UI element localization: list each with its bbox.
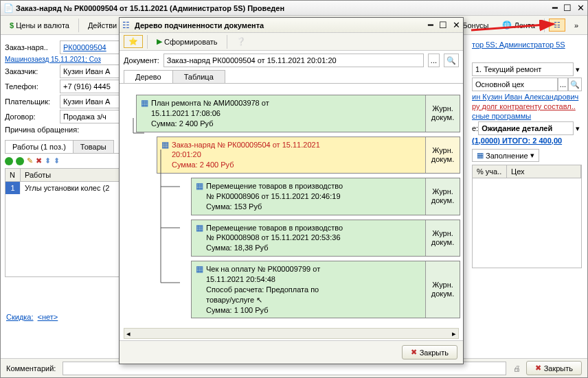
total-link[interactable]: (1,0000) ИТОГО: 2 400,00: [472, 137, 562, 145]
col-n[interactable]: N: [5, 169, 21, 181]
payer-label: Плательщик:: [5, 97, 60, 106]
customer-label: Заказчик:: [5, 67, 60, 75]
discount-value[interactable]: <нет>: [38, 313, 58, 321]
add-icon[interactable]: [5, 157, 13, 165]
favorite-icon[interactable]: ⭐: [124, 35, 143, 48]
globe-icon: 🌐: [502, 21, 512, 29]
cursor-icon: ↖: [256, 296, 262, 304]
row-n: 1: [5, 182, 21, 194]
doc-icon: ▦: [141, 98, 148, 129]
main-close-button[interactable]: ✖Закрыть: [526, 361, 582, 375]
doc-label: Документ:: [124, 56, 159, 64]
up-icon[interactable]: ⬍: [45, 156, 51, 165]
node-move1[interactable]: ▦Перемещение товаров в производство№ РК0…: [191, 178, 460, 215]
journal-button[interactable]: Журн. докум.: [425, 261, 460, 318]
col-pct[interactable]: % уча..: [473, 165, 507, 178]
down-icon[interactable]: ⬍: [54, 156, 60, 165]
form-button[interactable]: ▶Сформировать: [152, 35, 223, 48]
state-field[interactable]: Ожидание деталей: [478, 121, 574, 135]
row-work: Углы установки колес (2: [21, 182, 133, 194]
doc-lookup-icon[interactable]: ...: [428, 54, 440, 67]
table-row[interactable]: 1 Углы установки колес (2: [5, 182, 133, 194]
contract-label: Договор:: [5, 113, 60, 121]
print-icon[interactable]: 🖨: [513, 364, 521, 373]
play-icon: ▶: [157, 37, 162, 46]
journal-button[interactable]: Журн. докум.: [425, 137, 460, 174]
node-receipt[interactable]: ▦Чек на оплату № РК00009799 от15.11.2021…: [191, 261, 460, 318]
close-icon[interactable]: ✕: [577, 3, 585, 13]
top-link[interactable]: Машинозаезд 15.11.2021; Соз: [5, 56, 101, 63]
journal-button[interactable]: Журн. докум.: [425, 178, 460, 215]
edit-icon[interactable]: ✎: [27, 156, 33, 165]
tree-button[interactable]: ☷: [549, 19, 565, 32]
tab-table[interactable]: Таблица: [172, 70, 225, 83]
modal-close-button[interactable]: ✖Закрыть: [402, 345, 457, 359]
workshop-field[interactable]: Основной цех: [472, 78, 558, 91]
doc-search-icon[interactable]: 🔍: [444, 54, 459, 67]
reason-label: Причина обращения:: [5, 125, 79, 134]
minimize-icon[interactable]: ━: [552, 3, 558, 13]
main-title: Заказ-наряд № РК00009504 от 15.11.2021 (…: [16, 4, 552, 12]
modal-hscroll[interactable]: ◂▸: [124, 328, 459, 339]
tab-tree[interactable]: Дерево: [124, 70, 173, 83]
doc-icon: ▦: [196, 181, 203, 212]
modal-maximize-icon[interactable]: ☐: [439, 20, 447, 30]
modal-minimize-icon[interactable]: ━: [428, 20, 433, 30]
actions-button[interactable]: Действи: [83, 19, 122, 32]
discount-label[interactable]: Скидка:: [6, 313, 34, 321]
modal-window: ☷ Дерево подчиненности документа ━ ☐ ✕ ⭐…: [119, 17, 464, 364]
node-order[interactable]: ▦Заказ-наряд № РК00009504 от 15.11.20212…: [157, 137, 460, 174]
delete-icon[interactable]: ✖: [36, 156, 42, 165]
app-icon: 📄: [3, 3, 13, 13]
close-x-icon: ✖: [535, 364, 541, 373]
help-icon[interactable]: ❔: [231, 35, 251, 48]
programs-link[interactable]: сные программы: [472, 112, 531, 120]
journal-button[interactable]: Журн. докум.: [425, 220, 460, 257]
doc-icon: ▦: [196, 264, 203, 315]
fill-button[interactable]: ▦Заполнение▾: [472, 149, 539, 162]
col-shop[interactable]: Цех: [507, 165, 581, 178]
node-move2[interactable]: ▦Перемещение товаров в производство№ РК0…: [191, 220, 460, 257]
lenta-button[interactable]: 🌐Лента: [497, 19, 539, 32]
col-work[interactable]: Работы: [21, 169, 133, 181]
right-form: тор 5S; Администратор 5S 1. Текущий ремо…: [472, 39, 582, 268]
owner-link[interactable]: ин Кузин Иван Александрович: [472, 93, 578, 101]
left-form: Заказ-наря..РК00009504 Машинозаезд 15.11…: [5, 39, 134, 277]
debt-link[interactable]: ру долг контрагенту составл..: [472, 102, 576, 110]
doc-icon: ▦: [196, 223, 203, 254]
tree-area: ▦План ремонта № АМИ0003978 от15.11.2021 …: [120, 84, 463, 338]
modal-icon: ☷: [122, 21, 132, 30]
tab-goods[interactable]: Товары: [73, 140, 114, 153]
order-label: Заказ-наря..: [5, 43, 60, 51]
add-group-icon[interactable]: [16, 157, 24, 165]
prices-button[interactable]: $Цены и валюта: [5, 19, 74, 32]
workshop-lookup-icon[interactable]: ...: [558, 78, 568, 91]
main-titlebar: 📄 Заказ-наряд № РК00009504 от 15.11.2021…: [1, 1, 587, 16]
doc-icon: ▦: [161, 140, 169, 171]
maximize-icon[interactable]: ☐: [563, 3, 572, 13]
journal-button[interactable]: Журн. докум.: [425, 95, 460, 132]
phone-label: Телефон:: [5, 82, 60, 91]
admin-link[interactable]: тор 5S; Администратор 5S: [472, 40, 565, 49]
node-plan[interactable]: ▦План ремонта № АМИ0003978 от15.11.2021 …: [136, 95, 460, 132]
table-icon: ▦: [477, 151, 484, 160]
works-table: N Работы 1 Углы установки колес (2: [5, 168, 134, 277]
tab-works[interactable]: Работы (1 поз.): [5, 140, 74, 153]
state-label: е:: [472, 124, 478, 132]
modal-title: Дерево подчиненности документа: [135, 21, 428, 29]
workshop-search-icon[interactable]: 🔍: [568, 78, 582, 91]
tree-icon: ☷: [554, 21, 561, 29]
modal-close-icon[interactable]: ✕: [453, 20, 460, 30]
close-x-icon: ✖: [411, 348, 417, 357]
repair-type-field[interactable]: 1. Текущий ремонт: [472, 62, 574, 76]
more-button[interactable]: »: [569, 19, 583, 32]
doc-field[interactable]: Заказ-наряд РК00009504 от 15.11.2021 20:…: [163, 54, 424, 67]
comment-label: Комментарий:: [6, 364, 56, 373]
